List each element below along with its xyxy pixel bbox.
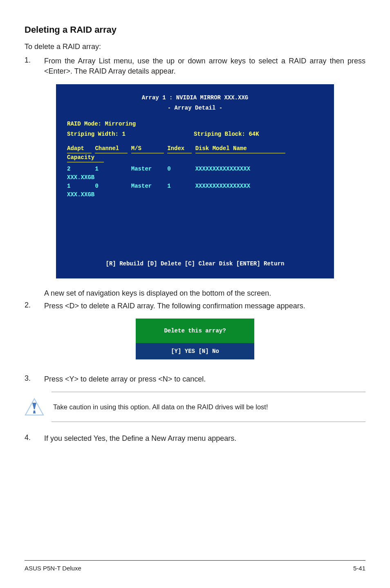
bios-subtitle: - Array Detail - — [67, 104, 323, 112]
cell-model: XXXXXXXXXXXXXXXX — [195, 182, 285, 191]
bios-footer-hint: [R] Rebuild [D] Delete [C] Clear Disk [E… — [67, 260, 323, 268]
step-3-number: 3. — [25, 374, 33, 384]
th-capacity: Capacity — [67, 153, 104, 162]
cell-ms: Master — [131, 165, 164, 173]
step-1-number: 1. — [25, 56, 33, 76]
after-bios-text: A new set of navigation keys is displaye… — [44, 288, 271, 298]
th-index: Index — [167, 144, 192, 153]
bios-title: Array 1 : NVIDIA MIRROR XXX.XXG — [67, 94, 323, 102]
confirm-dialog: Delete this array? [Y] YES [N] No — [136, 319, 254, 359]
cell-index: 1 — [167, 182, 192, 191]
cell-ms: Master — [131, 182, 164, 191]
cell-adapt: 1 — [67, 182, 92, 191]
svg-marker-2 — [33, 411, 36, 413]
th-ms: M/S — [131, 144, 164, 153]
confirm-message: Delete this array? — [136, 319, 254, 343]
cell-capacity: XXX.XXGB — [67, 191, 104, 199]
caution-note: Take caution in using this option. All d… — [25, 392, 365, 422]
bios-row-0: 2 1 Master 0 XXXXXXXXXXXXXXXX XXX.XXGB — [67, 165, 323, 182]
bios-block-label: Striping Block: 64K — [194, 130, 259, 139]
intro-text: To delete a RAID array: — [25, 42, 365, 52]
bios-width-label: Striping Width: 1 — [67, 130, 194, 139]
step-1: 1. From the Array List menu, use the up … — [25, 56, 365, 76]
step-3: 3. Press <Y> to delete array or press <N… — [25, 374, 365, 384]
step-3-text: Press <Y> to delete array or press <N> t… — [44, 374, 206, 384]
cell-capacity: XXX.XXGB — [67, 173, 104, 182]
step-4-text: If you selected Yes, the Define a New Ar… — [44, 433, 236, 444]
cell-model: XXXXXXXXXXXXXXXX — [195, 165, 285, 173]
th-adapt: Adapt — [67, 144, 92, 153]
footer-left: ASUS P5N-T Deluxe — [25, 565, 81, 572]
step-4-number: 4. — [25, 433, 33, 444]
step-2-number: 2. — [25, 301, 33, 311]
section-heading: Deleting a RAID array — [25, 25, 365, 35]
step-2-text: Press <D> to delete a RAID array. The fo… — [44, 301, 305, 311]
cell-channel: 0 — [95, 182, 128, 191]
bios-panel: Array 1 : NVIDIA MIRROR XXX.XXG - Array … — [56, 84, 334, 278]
cell-index: 0 — [167, 165, 192, 173]
cell-adapt: 2 — [67, 165, 92, 173]
step-2: 2. Press <D> to delete a RAID array. The… — [25, 301, 365, 311]
footer-right: 5-41 — [353, 565, 365, 572]
step-4: 4. If you selected Yes, the Define a New… — [25, 433, 365, 444]
caution-icon — [25, 398, 44, 416]
bios-mode-label: RAID Mode: Mirroring — [67, 120, 323, 128]
th-model: Disk Model Name — [195, 144, 285, 153]
caution-text: Take caution in using this option. All d… — [53, 403, 268, 411]
cell-channel: 1 — [95, 165, 128, 173]
bios-row-1: 1 0 Master 1 XXXXXXXXXXXXXXXX XXX.XXGB — [67, 182, 323, 199]
page-footer: ASUS P5N-T Deluxe 5-41 — [25, 560, 365, 572]
step-1-text: From the Array List menu, use the up or … — [44, 56, 365, 76]
confirm-options: [Y] YES [N] No — [136, 343, 254, 359]
bios-table-header: Adapt Channel M/S Index Disk Model Name … — [67, 144, 323, 162]
th-channel: Channel — [95, 144, 128, 153]
